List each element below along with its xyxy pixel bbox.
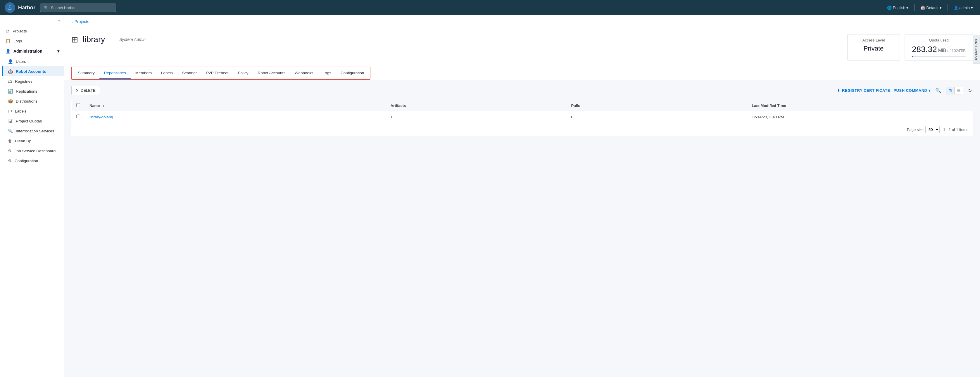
push-command-chevron: ▾: [929, 88, 931, 93]
event-log-tab[interactable]: EVENT LOG: [973, 35, 980, 64]
sidebar-item-label: Robot Accounts: [16, 69, 46, 74]
app-logo[interactable]: ⚓ Harbor: [5, 2, 35, 13]
artifacts-cell: 1: [386, 111, 566, 123]
sidebar-item-label: Labels: [15, 109, 27, 113]
sidebar-item-clean-up[interactable]: 🗑 Clean Up: [2, 136, 64, 146]
chevron-down-icon-3: ▾: [971, 6, 973, 10]
sidebar-item-configuration[interactable]: ⚙ Configuration: [2, 156, 64, 166]
quota-unit: MiB: [938, 48, 947, 53]
last-modified-column-header: Last Modified Time: [747, 100, 973, 111]
tab-policy[interactable]: Policy: [233, 68, 253, 79]
row-checkbox[interactable]: [76, 115, 80, 118]
sidebar-section-administration[interactable]: 👤 Administration ▾: [0, 46, 64, 56]
user-label: admin: [959, 6, 970, 10]
labels-icon: 🏷: [8, 109, 12, 113]
registry-certificate-button[interactable]: ⬇ REGISTRY CERTIFICATE: [837, 88, 890, 93]
sidebar-item-logs[interactable]: 📋 Logs: [0, 36, 64, 46]
language-label: English: [893, 6, 905, 10]
chevron-down-icon-2: ▾: [940, 6, 942, 10]
quota-value: 283.32: [912, 45, 937, 54]
push-command-label: PUSH COMMAND: [894, 88, 927, 93]
distributions-icon: 📦: [8, 99, 13, 103]
sidebar-item-users[interactable]: 👤 Users: [2, 56, 64, 66]
schedule-selector[interactable]: 📅 Default ▾: [918, 5, 944, 11]
sidebar-collapse-button[interactable]: «: [0, 15, 64, 26]
interrogation-icon: 🔍: [8, 129, 13, 133]
repositories-table: Name ▼ Artifacts Pulls Last Modified Tim…: [72, 100, 973, 123]
globe-icon: 🌐: [887, 6, 892, 10]
breadcrumb-back[interactable]: ‹ Projects: [72, 19, 973, 24]
tab-scanner[interactable]: Scanner: [177, 68, 201, 79]
table-body: library/golang 1 0 12/14/23, 3:40 PM: [72, 111, 973, 123]
refresh-button[interactable]: ↻: [967, 86, 973, 94]
user-icon: 👤: [954, 6, 958, 10]
sidebar-item-replications[interactable]: 🔄 Replications: [2, 86, 64, 96]
access-level-label: Access Level: [854, 38, 892, 42]
tab-robot-accounts[interactable]: Robot Accounts: [253, 68, 290, 79]
quota-label: Quota used: [912, 38, 966, 42]
search-toggle-button[interactable]: 🔍: [934, 86, 942, 94]
tab-logs[interactable]: Logs: [318, 68, 336, 79]
chevron-down-icon-admin: ▾: [57, 49, 59, 54]
select-all-header: [72, 100, 85, 111]
sidebar-item-registries[interactable]: 🗃 Registries: [2, 76, 64, 86]
user-menu[interactable]: 👤 admin ▾: [951, 5, 975, 11]
tab-members[interactable]: Members: [131, 68, 156, 79]
page-size-label: Page size: [907, 127, 924, 132]
select-all-checkbox[interactable]: [76, 103, 80, 107]
push-command-button[interactable]: PUSH COMMAND ▾: [894, 88, 931, 93]
grid-view-button[interactable]: ⊞: [946, 87, 955, 94]
artifacts-column-header: Artifacts: [386, 100, 566, 111]
delete-x-icon: ✕: [76, 88, 79, 93]
last-modified-cell: 12/14/23, 3:40 PM: [747, 111, 973, 123]
sidebar-item-label: Configuration: [14, 159, 38, 163]
sidebar-item-label: Logs: [13, 39, 22, 43]
sidebar-item-label: Clean Up: [15, 139, 31, 143]
top-navigation: ⚓ Harbor 🔍 Search Harbor... 🌐 English ▾ …: [0, 0, 980, 15]
sidebar-item-label: Projects: [13, 29, 27, 33]
sidebar-item-labels[interactable]: 🏷 Labels: [2, 106, 64, 116]
back-arrow-icon: ‹: [72, 19, 73, 24]
sidebar-item-label: Users: [16, 59, 26, 64]
registry-cert-label: REGISTRY CERTIFICATE: [842, 88, 890, 93]
global-search[interactable]: 🔍 Search Harbor...: [40, 3, 116, 12]
sidebar-item-job-service-dashboard[interactable]: ⚙ Job Service Dashboard: [2, 146, 64, 156]
language-selector[interactable]: 🌐 English ▾: [885, 5, 911, 11]
sidebar-item-distributions[interactable]: 📦 Distributions: [2, 96, 64, 106]
tab-summary[interactable]: Summary: [73, 68, 99, 79]
delete-button[interactable]: ✕ DELETE: [72, 86, 100, 95]
configuration-icon: ⚙: [8, 158, 12, 163]
sidebar: « 🗂 Projects 📋 Logs 👤 Administration ▾ 👤…: [0, 15, 64, 377]
tab-webhooks[interactable]: Webhooks: [290, 68, 318, 79]
pulls-column-header: Pulls: [566, 100, 747, 111]
cleanup-icon: 🗑: [8, 138, 12, 143]
main-content: ‹ Projects ⊞ library System Admin Access…: [64, 15, 980, 377]
sidebar-item-project-quotas[interactable]: 📊 Project Quotas: [2, 116, 64, 126]
sidebar-item-projects[interactable]: 🗂 Projects: [0, 26, 64, 36]
quotas-icon: 📊: [8, 119, 13, 123]
tab-p2p-preheat[interactable]: P2P Preheat: [201, 68, 233, 79]
calendar-icon: 📅: [920, 6, 925, 10]
repo-name-cell: library/golang: [85, 111, 386, 123]
tab-labels[interactable]: Labels: [156, 68, 177, 79]
list-view-button[interactable]: ☰: [955, 87, 963, 94]
nav-right-controls: 🌐 English ▾ 📅 Default ▾ 👤 admin ▾: [885, 4, 975, 11]
toolbar-right: ⬇ REGISTRY CERTIFICATE PUSH COMMAND ▾ 🔍 …: [837, 86, 973, 94]
access-level-card: Access Level Private: [847, 34, 900, 61]
project-title-row: ⊞ library System Admin: [72, 34, 146, 45]
name-column-header[interactable]: Name ▼: [85, 100, 386, 111]
app-name: Harbor: [18, 5, 35, 11]
repositories-toolbar: ✕ DELETE ⬇ REGISTRY CERTIFICATE PUSH COM…: [72, 86, 973, 95]
project-role: System Admin: [119, 37, 146, 42]
page-size-select[interactable]: 50: [925, 126, 940, 133]
repo-link[interactable]: library/golang: [89, 115, 113, 119]
tab-configuration[interactable]: Configuration: [336, 68, 369, 79]
search-icon-toolbar: 🔍: [935, 88, 941, 93]
sidebar-item-interrogation-services[interactable]: 🔍 Interrogation Services: [2, 126, 64, 136]
tab-repositories[interactable]: Repositories: [99, 68, 131, 79]
sidebar-item-label: Distributions: [16, 99, 37, 103]
quota-bar: [912, 56, 966, 57]
breadcrumb-label: Projects: [75, 19, 89, 24]
sidebar-item-label: Project Quotas: [16, 119, 42, 123]
sidebar-item-robot-accounts[interactable]: 🤖 Robot Accounts: [2, 66, 64, 76]
